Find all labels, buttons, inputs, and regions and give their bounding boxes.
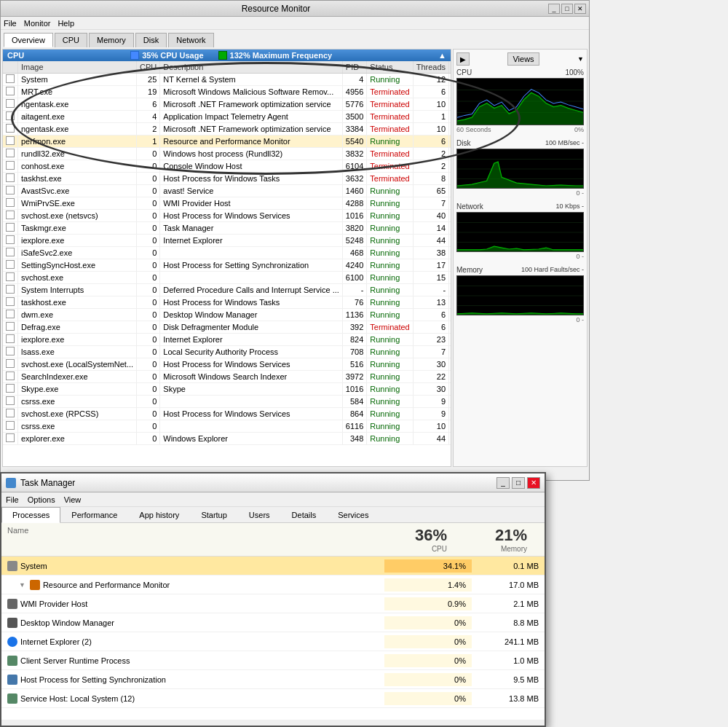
tm-process-list[interactable]: System 34.1% 0.1 MB ▼ Resource and Perfo… (1, 557, 545, 715)
tm-close-button[interactable]: ✕ (527, 477, 540, 489)
tm-list-item[interactable]: Internet Explorer (2) 0% 241.1 MB (1, 632, 545, 651)
row-checkbox[interactable] (3, 371, 18, 383)
tm-list-item[interactable]: ▼ Resource and Performance Monitor 1.4% … (1, 575, 545, 594)
th-threads[interactable]: Threads (413, 61, 448, 74)
tm-list-item[interactable]: Host Process for Setting Synchronization… (1, 670, 545, 689)
row-checkbox[interactable] (3, 284, 18, 296)
row-checkbox[interactable] (3, 358, 18, 371)
rm-close-button[interactable]: ✕ (574, 4, 586, 14)
rm-menu-help[interactable]: Help (58, 19, 74, 28)
tm-tab-services[interactable]: Services (327, 507, 379, 523)
row-checkbox[interactable] (3, 74, 18, 86)
row-checkbox[interactable] (3, 408, 18, 420)
row-checkbox[interactable] (3, 210, 18, 222)
row-checkbox[interactable] (3, 111, 18, 123)
rm-minimize-button[interactable]: _ (548, 4, 560, 14)
row-checkbox[interactable] (3, 123, 18, 135)
tm-menu-view[interactable]: View (64, 495, 82, 504)
table-row[interactable]: iSafeSvc2.exe 0 468 Running 38 0.24 (3, 247, 451, 259)
row-checkbox[interactable] (3, 433, 18, 445)
table-row[interactable]: AvastSvc.exe 0 avast! Service 1460 Runni… (3, 185, 451, 197)
process-table-scroll[interactable]: Image CPU Description PID Status Threads… (3, 61, 451, 445)
table-row[interactable]: System 25 NT Kernel & System 4 Running 1… (3, 74, 451, 86)
row-checkbox[interactable] (3, 383, 18, 396)
table-row[interactable]: iexplore.exe 0 Internet Explorer 824 Run… (3, 334, 451, 346)
tm-tab-startup[interactable]: Startup (190, 507, 237, 523)
tm-tab-users[interactable]: Users (238, 507, 281, 523)
table-row[interactable]: SearchIndexer.exe 0 Microsoft Windows Se… (3, 371, 451, 383)
table-row[interactable]: perfmon.exe 1 Resource and Performance M… (3, 135, 451, 148)
row-checkbox[interactable] (3, 160, 18, 173)
tm-tab-processes[interactable]: Processes (1, 507, 60, 523)
table-row[interactable]: System Interrupts 0 Deferred Procedure C… (3, 284, 451, 296)
row-checkbox[interactable] (3, 272, 18, 284)
row-checkbox[interactable] (3, 222, 18, 235)
table-row[interactable]: iexplore.exe 0 Internet Explorer 5248 Ru… (3, 235, 451, 247)
table-row[interactable]: WmiPrvSE.exe 0 WMI Provider Host 4288 Ru… (3, 197, 451, 210)
rm-views-button[interactable]: Views (507, 52, 539, 66)
tm-tab-performance[interactable]: Performance (60, 507, 128, 523)
table-row[interactable]: ngentask.exe 6 Microsoft .NET Framework … (3, 98, 451, 111)
rm-maximize-button[interactable]: □ (561, 4, 573, 14)
row-checkbox[interactable] (3, 197, 18, 210)
table-row[interactable]: svchost.exe (LocalSystemNet... 0 Host Pr… (3, 358, 451, 371)
tm-menu-file[interactable]: File (6, 495, 19, 504)
tm-list-item[interactable]: System 34.1% 0.1 MB (1, 557, 545, 575)
row-checkbox[interactable] (3, 148, 18, 160)
tm-tab-apphistory[interactable]: App history (128, 507, 190, 523)
table-row[interactable]: csrss.exe 0 584 Running 9 0.03 (3, 396, 451, 408)
table-row[interactable]: lsass.exe 0 Local Security Authority Pro… (3, 346, 451, 358)
tm-list-item[interactable]: Service Host: Local System (12) 0% 13.8 … (1, 689, 545, 708)
table-row[interactable]: ngentask.exe 2 Microsoft .NET Framework … (3, 123, 451, 135)
row-checkbox[interactable] (3, 396, 18, 408)
row-checkbox[interactable] (3, 334, 18, 346)
tm-list-item[interactable]: WMI Provider Host 0.9% 2.1 MB (1, 594, 545, 613)
row-checkbox[interactable] (3, 185, 18, 197)
row-checkbox[interactable] (3, 259, 18, 272)
table-row[interactable]: Defrag.exe 0 Disk Defragmenter Module 39… (3, 321, 451, 334)
th-image[interactable]: Image (18, 61, 137, 74)
row-checkbox[interactable] (3, 98, 18, 111)
rm-tab-memory[interactable]: Memory (89, 33, 134, 47)
table-row[interactable]: taskhst.exe 0 Host Process for Windows T… (3, 173, 451, 185)
row-checkbox[interactable] (3, 86, 18, 98)
cpu-section-header[interactable]: CPU 35% CPU Usage 132% Maximum Frequency… (3, 50, 451, 61)
table-row[interactable]: svchost.exe (netsvcs) 0 Host Process for… (3, 210, 451, 222)
rm-menu-monitor[interactable]: Monitor (24, 19, 51, 28)
table-row[interactable]: taskhost.exe 0 Host Process for Windows … (3, 296, 451, 309)
table-row[interactable]: svchost.exe 0 6100 Running 15 0.21 (3, 272, 451, 284)
table-row[interactable]: Taskmgr.exe 0 Task Manager 3820 Running … (3, 222, 451, 235)
table-row[interactable]: MRT.exe 19 Microsoft Windows Malicious S… (3, 86, 451, 98)
table-row[interactable]: aitagent.exe 4 Application Impact Teleme… (3, 111, 451, 123)
tm-maximize-button[interactable]: □ (512, 477, 525, 489)
th-description[interactable]: Description (160, 61, 343, 74)
row-checkbox[interactable] (3, 346, 18, 358)
row-checkbox[interactable] (3, 173, 18, 185)
tm-minimize-button[interactable]: _ (496, 477, 510, 489)
row-checkbox[interactable] (3, 235, 18, 247)
row-checkbox[interactable] (3, 296, 18, 309)
table-row[interactable]: rundll32.exe 0 Windows host process (Run… (3, 148, 451, 160)
rm-tab-disk[interactable]: Disk (135, 33, 167, 47)
rm-tab-overview[interactable]: Overview (4, 33, 53, 47)
row-checkbox[interactable] (3, 420, 18, 433)
th-status[interactable]: Status (367, 61, 413, 74)
rm-views-dropdown-icon[interactable]: ▼ (577, 55, 584, 63)
th-avg[interactable]: Averag... (449, 61, 451, 74)
table-row[interactable]: conhost.exe 0 Console Window Host 6104 T… (3, 160, 451, 173)
row-checkbox[interactable] (3, 135, 18, 148)
rm-nav-arrow[interactable]: ▶ (456, 52, 470, 66)
tm-list-item[interactable]: Client Server Runtime Process 0% 1.0 MB (1, 651, 545, 670)
row-checkbox[interactable] (3, 309, 18, 321)
th-cpu[interactable]: CPU (137, 61, 160, 74)
table-row[interactable]: SettingSyncHost.exe 0 Host Process for S… (3, 259, 451, 272)
table-row[interactable]: Skype.exe 0 Skype 1016 Running 30 0.03 (3, 383, 451, 396)
row-checkbox[interactable] (3, 247, 18, 259)
row-checkbox[interactable] (3, 321, 18, 334)
cpu-collapse-arrow[interactable]: ▲ (438, 51, 446, 60)
tm-tab-details[interactable]: Details (281, 507, 328, 523)
table-row[interactable]: csrss.exe 0 6116 Running 10 0.01 (3, 420, 451, 433)
tm-process-list-wrapper[interactable]: System 34.1% 0.1 MB ▼ Resource and Perfo… (1, 557, 545, 715)
table-row[interactable]: explorer.exe 0 Windows Explorer 348 Runn… (3, 433, 451, 445)
table-row[interactable]: dwm.exe 0 Desktop Window Manager 1136 Ru… (3, 309, 451, 321)
